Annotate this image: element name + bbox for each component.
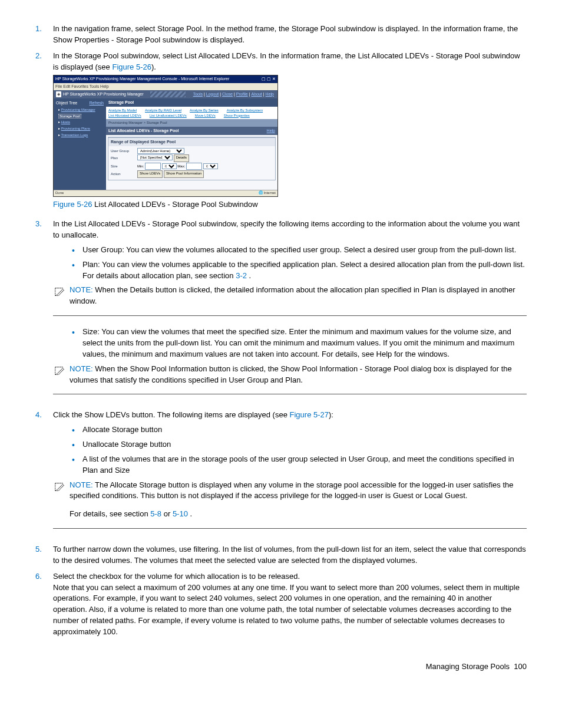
refresh-link[interactable]: Refresh xyxy=(89,100,104,106)
m-analyze-series[interactable]: Analyze By Series xyxy=(190,108,219,113)
m-list-unalloc[interactable]: List Unallocated LDEVs xyxy=(150,113,187,118)
app-header: ◈ HP StorageWorks XP Provisioning Manage… xyxy=(54,90,277,98)
nav-logs: ▸ Transaction Logs xyxy=(55,132,105,139)
note-label: NOTE: xyxy=(70,364,95,373)
min-input[interactable] xyxy=(145,163,161,170)
link-about[interactable]: About xyxy=(251,92,262,96)
note-label: NOTE: xyxy=(70,480,95,489)
step-2-text-b: ). xyxy=(151,62,156,71)
step-5-text: To further narrow down the volumes, use … xyxy=(53,544,527,566)
ug-label: User Group xyxy=(111,149,137,154)
note-icon xyxy=(53,286,66,299)
figure-5-26-screenshot: HP StorageWorks XP Provisioning Manager … xyxy=(53,75,278,197)
step-5-num: 5. xyxy=(35,544,53,566)
link-section-5-10[interactable]: 5-10 xyxy=(173,509,188,518)
link-figure-5-27[interactable]: Figure 5-27 xyxy=(290,410,329,419)
show-ldevs-button[interactable]: Show LDEVs xyxy=(137,170,163,178)
footer-page-number: 100 xyxy=(514,662,527,671)
step-4: 4. Click the Show LDEVs button. The foll… xyxy=(35,410,527,539)
step-1-num: 1. xyxy=(35,24,53,46)
max-unit-select[interactable]: GB xyxy=(203,163,218,169)
link-section-3-2[interactable]: 3-2 xyxy=(236,271,247,280)
step-2-body: In the Storage Pool subwindow, select Li… xyxy=(53,51,527,215)
step-4-text-a: Click the Show LDEVs button. The followi… xyxy=(53,410,290,419)
note-3-extra-b: . xyxy=(188,509,192,518)
content-frame: Storage Pool Analyze By Model Analyze By… xyxy=(106,98,277,196)
bullet-plan: Plan: You can view the volumes applicabl… xyxy=(71,259,527,282)
nav-storage-pool: Storage Pool xyxy=(55,113,105,120)
note-details-text: NOTE: When the Details button is clicked… xyxy=(70,285,527,307)
min-label: Min: xyxy=(137,164,144,168)
step-3-bullets-2: Size: You can view the volumes that meet… xyxy=(71,327,527,360)
link-close[interactable]: Close xyxy=(222,92,233,96)
max-label: Max: xyxy=(177,164,185,168)
step-2-num: 2. xyxy=(35,51,53,215)
figure-caption-text: List Allocated LDEVs - Storage Pool Subw… xyxy=(92,200,257,209)
m-move-ldevs[interactable]: Move LDEVs xyxy=(195,113,216,118)
step-3-body: In the List Allocated LDEVs - Storage Po… xyxy=(53,219,527,405)
figure-5-26-container: HP StorageWorks XP Provisioning Manager … xyxy=(53,75,527,210)
nav-plans: ▸ Provisioning Plans xyxy=(55,126,105,132)
m-analyze-raid[interactable]: Analyze By RAID Level xyxy=(145,108,181,113)
bullet-volume-list: A list of the volumes that are in the st… xyxy=(71,454,527,476)
step-6-num: 6. xyxy=(35,571,53,638)
row-user-group: User Group Admin(User Home) xyxy=(111,148,273,154)
nav-sp-link[interactable]: Storage Pool xyxy=(58,114,81,118)
step-6: 6. Select the checkbox for the volume fo… xyxy=(35,571,527,638)
max-input[interactable] xyxy=(186,163,202,170)
note-1-body: When the Details button is clicked, the … xyxy=(70,285,515,305)
step-6-note: Note that you can select a maximum of 20… xyxy=(53,582,527,638)
help-link[interactable]: Help xyxy=(267,128,275,134)
nav-hosts-link[interactable]: Hosts xyxy=(61,120,70,124)
step-6-body: Select the checkbox for the volume for w… xyxy=(53,571,527,638)
link-logout[interactable]: Logout xyxy=(206,92,219,96)
note-label: NOTE: xyxy=(70,285,95,294)
step-4-text-b: ): xyxy=(329,410,333,419)
plan-select[interactable]: [Not Specified] xyxy=(137,154,173,160)
nav-title: Object Tree Refresh xyxy=(55,100,105,107)
step-6-text: Select the checkbox for the volume for w… xyxy=(53,571,527,582)
m-analyze-model[interactable]: Analyze By Model xyxy=(108,108,137,113)
ug-select[interactable]: Admin(User Home) xyxy=(137,148,184,154)
note-icon xyxy=(53,365,66,378)
method-frame: Analyze By Model Analyze By RAID Level A… xyxy=(106,107,277,119)
step-1: 1. In the navigation frame, select Stora… xyxy=(35,24,527,46)
nav-plans-link[interactable]: Provisioning Plans xyxy=(61,127,90,130)
size-label: Size xyxy=(111,164,137,169)
header-stripes xyxy=(150,91,186,97)
breadcrumb: Provisioning Manager > Storage Pool xyxy=(106,119,277,127)
ie-title-bar: HP StorageWorks XP Provisioning Manager … xyxy=(54,75,277,83)
note-show-pool: NOTE: When the Show Pool Information but… xyxy=(53,364,527,395)
row-plan: Plan [Not Specified] Details xyxy=(111,154,273,162)
app-links: Tools|Logout|Close|Profile|About|Help xyxy=(192,91,275,97)
link-help-top[interactable]: Help xyxy=(266,92,274,96)
figure-caption-link: Figure 5-26 xyxy=(53,200,92,209)
nav-logs-link[interactable]: Transaction Logs xyxy=(61,133,88,137)
bullet-plan-tail: . xyxy=(247,271,251,280)
m-show-props[interactable]: Show Properties xyxy=(224,113,250,118)
step-2: 2. In the Storage Pool subwindow, select… xyxy=(35,51,527,215)
link-section-5-8[interactable]: 5-8 xyxy=(150,509,161,518)
bullet-size: Size: You can view the volumes that meet… xyxy=(71,327,527,360)
status-done: Done xyxy=(55,190,64,196)
figure-caption: Figure 5-26 List Allocated LDEVs - Stora… xyxy=(53,199,527,210)
note-3-body: The Allocate Storage button is displayed… xyxy=(70,480,513,500)
link-figure-5-26[interactable]: Figure 5-26 xyxy=(112,62,151,71)
show-pool-info-button[interactable]: Show Pool Information xyxy=(164,170,204,178)
min-unit-select[interactable]: GB xyxy=(162,163,177,169)
details-button[interactable]: Details xyxy=(174,154,189,162)
plan-label: Plan xyxy=(111,156,137,161)
link-tools[interactable]: Tools xyxy=(193,92,203,96)
m-analyze-subsystem[interactable]: Analyze By Subsystem xyxy=(227,108,263,113)
link-profile[interactable]: Profile xyxy=(236,92,248,96)
sub-title-text: List Allocated LDEVs - Storage Pool xyxy=(108,128,179,134)
row-action: Action Show LDEVs Show Pool Information xyxy=(111,170,273,178)
action-label: Action xyxy=(111,172,137,177)
m-list-alloc[interactable]: List Allocated LDEVs xyxy=(108,113,141,118)
note-details: NOTE: When the Details button is clicked… xyxy=(53,285,527,316)
note-icon xyxy=(53,481,66,494)
step-3-text: In the List Allocated LDEVs - Storage Po… xyxy=(53,219,520,239)
step-4-bullets: Allocate Storage button Unallocate Stora… xyxy=(71,424,527,476)
nav-pm-link[interactable]: Provisioning Manager xyxy=(61,108,95,111)
navigation-frame: Object Tree Refresh ▸ Provisioning Manag… xyxy=(54,98,106,196)
